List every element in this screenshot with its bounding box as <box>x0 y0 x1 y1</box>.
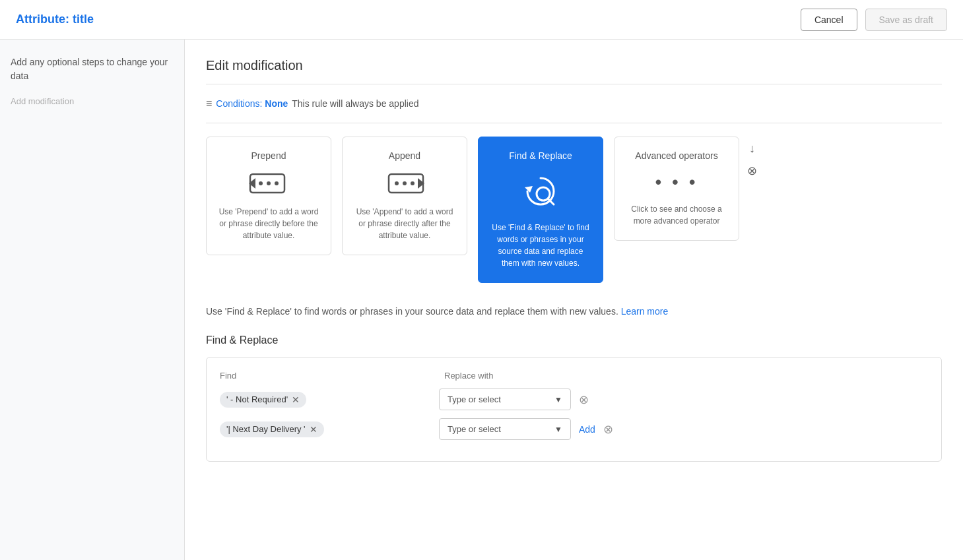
find-replace-desc-card: Use 'Find & Replace' to find words or ph… <box>489 222 592 269</box>
fr-find-1: ' - Not Required' ✕ <box>220 392 431 408</box>
remove-row-1-button[interactable]: ⊗ <box>579 392 589 407</box>
cancel-button[interactable]: Cancel <box>801 9 857 31</box>
find-tag-2: '| Next Day Delivery ' ✕ <box>220 421 324 437</box>
conditions-text: Conditions: <box>216 98 265 109</box>
conditions-value: None <box>265 98 288 109</box>
append-desc: Use 'Append' to add a word or phrase dir… <box>353 206 456 241</box>
svg-point-7 <box>403 181 407 185</box>
find-replace-title: Find & Replace <box>489 150 592 161</box>
replace-select-2-text: Type or select <box>448 424 501 434</box>
prepend-icon <box>249 171 288 195</box>
dots-icon: • • • <box>625 171 728 193</box>
fr-row-1: ' - Not Required' ✕ Type or select ▼ ⊗ <box>220 389 928 410</box>
header-actions: Cancel Save as draft <box>801 9 947 31</box>
section-title: Edit modification <box>206 58 942 73</box>
fr-row-2: '| Next Day Delivery ' ✕ Type or select … <box>220 418 928 440</box>
remove-card-button[interactable]: ⊗ <box>747 164 757 178</box>
replace-select-1-text: Type or select <box>448 394 501 404</box>
sidebar-heading: Add any optional steps to change your da… <box>11 55 174 83</box>
learn-more-link[interactable]: Learn more <box>621 306 669 317</box>
find-tag-2-text: '| Next Day Delivery ' <box>226 424 306 434</box>
main-content: Edit modification ≡ Conditions: None Thi… <box>185 40 963 560</box>
remove-find-tag-2-button[interactable]: ✕ <box>310 424 317 435</box>
chevron-down-icon-1: ▼ <box>554 395 562 404</box>
find-replace-card[interactable]: Find & Replace Use 'Find & Replace' to f… <box>478 137 603 283</box>
fr-find-2: '| Next Day Delivery ' ✕ <box>220 421 431 437</box>
svg-point-6 <box>395 181 399 185</box>
conditions-description: This rule will always be applied <box>292 98 418 109</box>
page-title: Attribute: title <box>16 13 94 26</box>
description-text: Use 'Find & Replace' to find words or ph… <box>206 306 618 317</box>
find-tag-1: ' - Not Required' ✕ <box>220 392 306 408</box>
remove-row-2-button[interactable]: ⊗ <box>603 422 613 437</box>
fr-section-title: Find & Replace <box>206 334 942 346</box>
sidebar: Add any optional steps to change your da… <box>0 40 185 560</box>
operation-cards: Prepend Use 'Prepend' to add a word or p… <box>206 137 739 283</box>
svg-point-3 <box>275 181 279 185</box>
remove-find-tag-1-button[interactable]: ✕ <box>292 394 300 405</box>
append-icon <box>385 171 424 195</box>
filter-icon: ≡ <box>206 98 212 109</box>
advanced-title: Advanced operators <box>625 150 728 161</box>
layout: Add any optional steps to change your da… <box>0 40 963 560</box>
fr-table-header: Find Replace with <box>220 371 928 381</box>
add-row-link[interactable]: Add <box>579 424 595 435</box>
find-replace-description: Use 'Find & Replace' to find words or ph… <box>206 304 942 319</box>
chevron-down-icon-2: ▼ <box>554 425 562 434</box>
advanced-desc: Click to see and choose a more advanced … <box>625 203 728 227</box>
svg-point-8 <box>411 181 415 185</box>
header: Attribute: title Cancel Save as draft <box>0 0 963 40</box>
prepend-card[interactable]: Prepend Use 'Prepend' to add a word or p… <box>206 137 331 255</box>
fr-replace-2: Type or select ▼ Add ⊗ <box>439 418 928 440</box>
find-replace-table: Find Replace with ' - Not Required' ✕ Ty… <box>206 357 942 462</box>
svg-point-1 <box>259 181 263 185</box>
prepend-desc: Use 'Prepend' to add a word or phrase di… <box>217 206 320 241</box>
svg-marker-10 <box>525 186 533 193</box>
add-modification-link[interactable]: Add modification <box>11 96 174 106</box>
find-replace-icon <box>521 171 560 211</box>
svg-point-2 <box>267 181 271 185</box>
conditions-label[interactable]: Conditions: None <box>216 98 288 109</box>
save-draft-button[interactable]: Save as draft <box>865 9 948 31</box>
find-column-header: Find <box>220 371 431 381</box>
card-actions: ↓ ⊗ <box>747 137 757 178</box>
title-value: title <box>73 13 94 26</box>
advanced-operators-card[interactable]: Advanced operators • • • Click to see an… <box>614 137 739 241</box>
append-card[interactable]: Append Use 'Append' to add a word or phr… <box>342 137 467 255</box>
title-divider <box>206 84 942 84</box>
append-title: Append <box>353 150 456 161</box>
move-down-button[interactable]: ↓ <box>747 142 757 156</box>
replace-select-1[interactable]: Type or select ▼ <box>439 389 571 410</box>
find-tag-1-text: ' - Not Required' <box>226 394 288 404</box>
card-row-wrapper: Prepend Use 'Prepend' to add a word or p… <box>206 137 942 304</box>
fr-replace-1: Type or select ▼ ⊗ <box>439 389 928 410</box>
prepend-title: Prepend <box>217 150 320 161</box>
title-prefix: Attribute: <box>16 13 73 26</box>
conditions-bar: ≡ Conditions: None This rule will always… <box>206 98 942 123</box>
replace-column-header: Replace with <box>444 371 928 381</box>
replace-select-2[interactable]: Type or select ▼ <box>439 418 571 440</box>
